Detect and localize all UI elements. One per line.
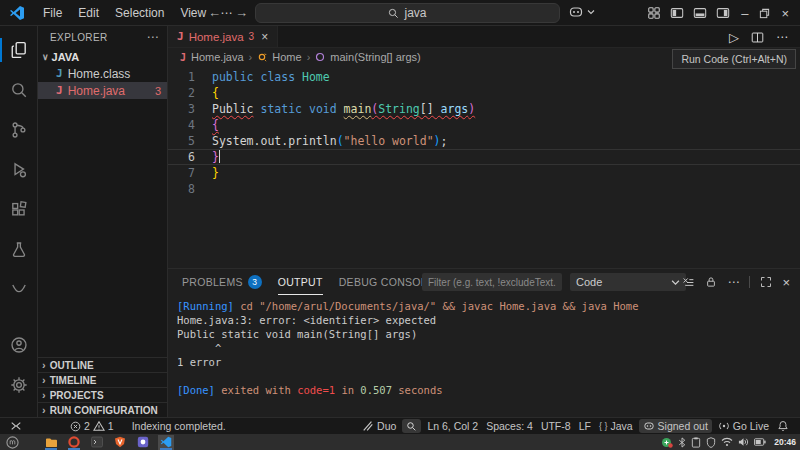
remote-indicator[interactable] xyxy=(0,418,26,435)
lock-auto-scroll-icon[interactable] xyxy=(705,276,717,288)
output-channel-select[interactable]: Code xyxy=(570,273,686,291)
code-line-3[interactable]: 3Public static void main(String[] args) xyxy=(168,101,800,117)
line-number: 6 xyxy=(168,149,195,165)
breadcrumb-class[interactable]: Home xyxy=(272,51,301,63)
menu-edit[interactable]: Edit xyxy=(70,4,107,22)
explorer-icon[interactable] xyxy=(0,30,38,70)
code-line-6[interactable]: 6} xyxy=(168,149,800,165)
panel-separator xyxy=(749,276,750,288)
code-line-4[interactable]: 4{ xyxy=(168,117,800,133)
restore-icon[interactable] xyxy=(759,8,770,19)
firewall-shield-icon[interactable] xyxy=(706,437,716,448)
language-status[interactable]: { } Java xyxy=(595,418,637,435)
mint-menu-button[interactable] xyxy=(4,435,20,450)
battery-icon[interactable] xyxy=(754,438,766,446)
toggle-sidebar-icon[interactable] xyxy=(670,6,684,20)
close-panel-icon[interactable]: × xyxy=(782,275,790,290)
toggle-panel-icon[interactable] xyxy=(693,6,707,20)
toggle-secondary-sidebar-icon[interactable] xyxy=(716,6,730,20)
code-line-5[interactable]: 5System.out.println("hello world"); xyxy=(168,133,800,149)
volume-icon[interactable] xyxy=(738,437,749,447)
signed-out-status[interactable]: Signed out xyxy=(639,419,712,433)
java-class-file-icon: J xyxy=(56,67,63,80)
taskbar-shield-app[interactable] xyxy=(112,435,128,450)
copilot-menu[interactable] xyxy=(568,4,595,20)
code-editor[interactable]: 1public class Home2{3Public static void … xyxy=(168,66,800,268)
file-home-class[interactable]: J Home.class xyxy=(38,65,167,82)
tab-debug-console[interactable]: DEBUG CONSOLE xyxy=(339,269,435,295)
indentation-status[interactable]: Spaces: 4 xyxy=(482,418,537,435)
code-line-2[interactable]: 2{ xyxy=(168,85,800,101)
run-code-button[interactable]: ▷ xyxy=(729,31,739,44)
clock[interactable]: 20:46 xyxy=(774,437,796,447)
section-projects[interactable]: › PROJECTS xyxy=(38,387,167,402)
title-bar: File Edit Selection View ⋯ ← → java xyxy=(0,0,800,26)
wifi-icon[interactable] xyxy=(721,437,733,447)
account-icon[interactable] xyxy=(0,325,38,365)
output-filter-input[interactable] xyxy=(422,273,562,291)
gitlab-duo-status[interactable]: Duo xyxy=(358,418,400,435)
tab-label: Home.java xyxy=(189,31,244,43)
tab-home-java[interactable]: J Home.java 3 × xyxy=(168,26,278,47)
testing-icon[interactable] xyxy=(0,230,38,270)
line-col-status[interactable]: Ln 6, Col 2 xyxy=(423,418,482,435)
symbol-method-icon xyxy=(315,52,325,62)
settings-gear-icon[interactable] xyxy=(0,365,38,405)
breadcrumb-file[interactable]: Home.java xyxy=(191,51,244,63)
tab-output[interactable]: OUTPUT xyxy=(278,269,323,295)
code-line-7[interactable]: 7} xyxy=(168,165,800,181)
notifications-bell[interactable] xyxy=(773,418,793,435)
section-outline[interactable]: › OUTLINE xyxy=(38,357,167,372)
panel-tab-label: DEBUG CONSOLE xyxy=(339,276,435,288)
search-sidebar-icon[interactable] xyxy=(0,70,38,110)
run-debug-icon[interactable] xyxy=(0,150,38,190)
search-status-button[interactable] xyxy=(402,419,421,433)
chevron-right-icon: › xyxy=(249,51,253,63)
section-timeline[interactable]: › TIMELINE xyxy=(38,372,167,387)
chevron-down-icon xyxy=(671,278,680,287)
minimize-icon[interactable]: – xyxy=(739,6,750,21)
go-live-label: Go Live xyxy=(733,420,769,432)
encoding-status[interactable]: UTF-8 xyxy=(537,418,575,435)
update-manager-icon[interactable] xyxy=(661,436,673,448)
editor-more-actions-icon[interactable]: ⋯ xyxy=(776,30,788,44)
taskbar-file-manager[interactable] xyxy=(43,435,59,450)
taskbar-purple-app[interactable] xyxy=(135,435,151,450)
extensions-icon[interactable] xyxy=(0,190,38,230)
menu-file[interactable]: File xyxy=(35,4,70,22)
code-line-1[interactable]: 1public class Home xyxy=(168,69,800,85)
code-line-8[interactable]: 8 xyxy=(168,181,800,197)
red-circle-app-icon xyxy=(68,436,80,448)
tab-close-icon[interactable]: × xyxy=(261,30,268,44)
output-console[interactable]: [Running] cd "/home/arul/Documents/java/… xyxy=(168,295,800,417)
explorer-more-icon[interactable]: ⋯ xyxy=(147,30,159,44)
close-window-icon[interactable]: × xyxy=(779,6,791,21)
source-control-icon[interactable] xyxy=(0,110,38,150)
eol-status[interactable]: LF xyxy=(575,418,595,435)
problems-status[interactable]: 2 1 xyxy=(66,418,118,435)
taskbar-terminal[interactable] xyxy=(89,435,105,450)
maximize-panel-icon[interactable] xyxy=(760,276,772,288)
taskbar-media-app[interactable] xyxy=(66,435,82,450)
bluetooth-icon[interactable] xyxy=(678,437,686,448)
taskbar-vscode[interactable] xyxy=(158,435,174,450)
folder-java[interactable]: ∨ JAVA xyxy=(38,48,167,65)
gitlab-workflow-icon[interactable] xyxy=(0,270,38,310)
panel-more-actions-icon[interactable]: ⋯ xyxy=(727,275,739,289)
output-line: [Done] exited with code=1 in 0.507 secon… xyxy=(177,383,800,397)
os-taskbar: 20:46 xyxy=(0,434,800,450)
command-center-search[interactable]: java xyxy=(255,3,560,23)
clear-output-icon[interactable] xyxy=(682,276,695,289)
file-home-java[interactable]: J Home.java 3 xyxy=(38,82,167,99)
breadcrumb-method[interactable]: main(String[] args) xyxy=(330,51,420,63)
split-editor-icon[interactable] xyxy=(751,31,764,44)
section-label: TIMELINE xyxy=(50,375,97,386)
tab-problems[interactable]: PROBLEMS 3 xyxy=(182,269,262,295)
forward-icon[interactable]: → xyxy=(235,5,248,20)
clipboard-icon[interactable] xyxy=(691,437,701,448)
customize-layout-icon[interactable] xyxy=(647,6,661,20)
back-icon[interactable]: ← xyxy=(208,5,221,20)
go-live-status[interactable]: Go Live xyxy=(714,418,773,435)
section-run-configuration[interactable]: › RUN CONFIGURATION xyxy=(38,402,167,417)
menu-selection[interactable]: Selection xyxy=(107,4,172,22)
